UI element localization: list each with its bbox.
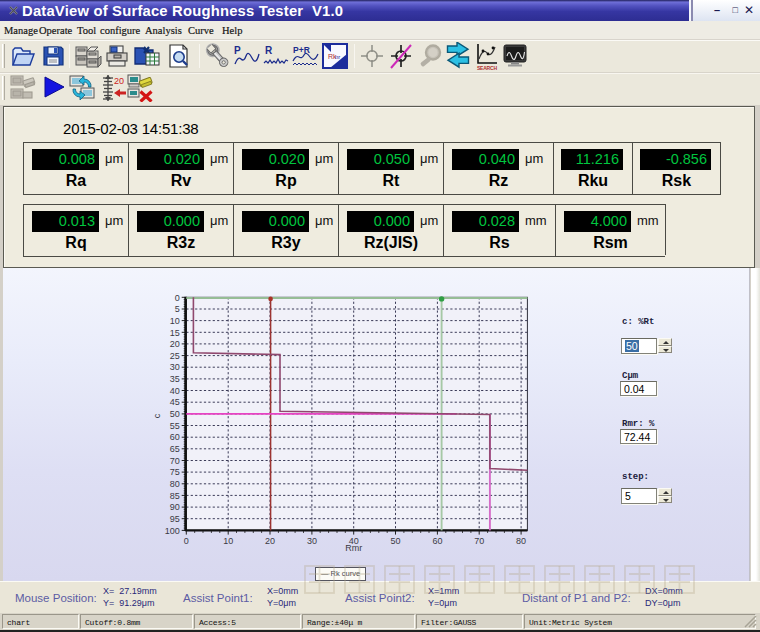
svg-text:30: 30 <box>170 362 180 372</box>
svg-text:75: 75 <box>170 467 180 477</box>
svg-text:P: P <box>234 45 241 56</box>
svg-text:90: 90 <box>170 502 180 512</box>
svg-text:R: R <box>265 45 273 56</box>
svg-text:35: 35 <box>170 374 180 384</box>
svg-text:5: 5 <box>175 304 180 314</box>
svg-text:10: 10 <box>223 536 233 546</box>
svg-text:45: 45 <box>170 397 180 407</box>
svg-text:c: c <box>152 413 162 418</box>
svg-text:30: 30 <box>307 536 317 546</box>
svg-text:nr: nr <box>335 54 340 60</box>
svg-text:95: 95 <box>170 514 180 524</box>
svg-text:50: 50 <box>390 536 400 546</box>
svg-text:60: 60 <box>432 536 442 546</box>
svg-text:10: 10 <box>170 316 180 326</box>
svg-text:65: 65 <box>170 444 180 454</box>
svg-text:60: 60 <box>170 432 180 442</box>
svg-text:25: 25 <box>170 351 180 361</box>
svg-text:20: 20 <box>170 339 180 349</box>
svg-text:15: 15 <box>170 328 180 338</box>
svg-text:20: 20 <box>265 536 275 546</box>
svg-text:85: 85 <box>170 491 180 501</box>
svg-text:Rmr: Rmr <box>345 543 362 553</box>
svg-text:55: 55 <box>170 421 180 431</box>
svg-text:20: 20 <box>114 76 124 86</box>
svg-text:0: 0 <box>175 293 180 303</box>
svg-text:80: 80 <box>516 536 526 546</box>
svg-text:100: 100 <box>165 526 180 536</box>
svg-text:50: 50 <box>170 409 180 419</box>
svg-text:70: 70 <box>170 456 180 466</box>
svg-text:40: 40 <box>170 386 180 396</box>
svg-text:0: 0 <box>184 536 189 546</box>
svg-text:70: 70 <box>474 536 484 546</box>
svg-text:80: 80 <box>170 479 180 489</box>
svg-text:SEARCH: SEARCH <box>477 65 497 71</box>
